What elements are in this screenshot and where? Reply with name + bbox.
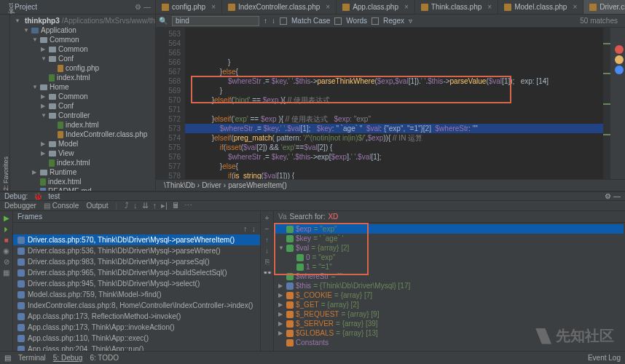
close-icon[interactable]: ×	[211, 3, 216, 11]
editor-tab[interactable]: config.php×	[156, 0, 222, 14]
tree-item[interactable]: index.html	[10, 158, 155, 167]
view-breakpoints-icon[interactable]: ◉	[3, 247, 9, 255]
resume-icon[interactable]: ⏵	[3, 225, 10, 233]
code-line[interactable]: }elseif(preg_match( pattern: '/^(notin|n…	[185, 133, 603, 143]
step-over-icon[interactable]: ⤴	[125, 201, 129, 210]
match-case-checkbox[interactable]	[280, 17, 287, 25]
frame-prev-icon[interactable]: ↑	[243, 224, 248, 233]
code-line[interactable]	[185, 105, 603, 114]
tree-item[interactable]: ▼Application	[10, 25, 155, 35]
browser-icon[interactable]	[615, 45, 624, 54]
layout-icon[interactable]: ▦	[3, 269, 9, 277]
editor-tab[interactable]: Think.class.php×	[415, 0, 498, 14]
filter-icon[interactable]: ▿	[409, 17, 412, 25]
stack-frame[interactable]: IndexController.class.php:8, Home\Contro…	[13, 300, 260, 311]
debug-config-icon[interactable]: 🐞	[34, 192, 42, 200]
editor-tab[interactable]: IndexController.class.php×	[222, 0, 337, 14]
variable-row[interactable]: ▶$_COOKIE = {array} [7]	[275, 290, 624, 300]
editor-tab[interactable]: Driver.class.php×	[583, 0, 625, 14]
tree-item[interactable]: IndexController.class.php	[10, 130, 155, 139]
close-icon[interactable]: ×	[326, 3, 330, 11]
watch-icon[interactable]: 👓	[263, 269, 272, 277]
stack-frame[interactable]: Driver.class.php:965, Think\Db\Driver\My…	[13, 267, 260, 278]
frame-next-icon[interactable]: ↓	[252, 224, 256, 233]
up-icon[interactable]: ↑	[265, 236, 269, 244]
next-match-icon[interactable]: ↓	[272, 17, 275, 25]
tree-item[interactable]: ▼Conf	[10, 54, 155, 63]
mute-breakpoints-icon[interactable]: ⊘	[4, 258, 9, 266]
output-tab[interactable]: Output	[86, 202, 108, 210]
down-icon[interactable]: ↓	[265, 247, 269, 255]
tree-item[interactable]: ▼Common	[10, 35, 155, 44]
stack-frame[interactable]: Driver.class.php:983, Think\Db\Driver\My…	[13, 256, 260, 267]
browser-icon[interactable]	[615, 66, 624, 74]
search-input[interactable]	[172, 16, 259, 26]
code-content[interactable]: } }else{ $whereStr .= $key.' '.$this->pa…	[185, 28, 603, 179]
variable-row[interactable]: ▶$this = {Think\Db\Driver\Mysql} [17]	[275, 281, 624, 290]
remove-watch-icon[interactable]: −	[265, 225, 270, 233]
variable-row[interactable]: ▶$_REQUEST = {array} [9]	[275, 309, 624, 319]
tree-root[interactable]: ▼ thinkphp3 /Applications/MxSrvs/www/thi…	[10, 16, 155, 25]
prev-match-icon[interactable]: ↑	[264, 17, 267, 25]
stack-frame[interactable]: App.class.php:110, Think\App::exec()	[13, 333, 260, 344]
regex-checkbox[interactable]	[372, 17, 379, 25]
code-line[interactable]: }	[185, 58, 603, 67]
stack-frame[interactable]: Driver.class.php:536, Think\Db\Driver\My…	[13, 245, 260, 256]
debug-settings-icon[interactable]: ⚙ —	[605, 192, 621, 200]
variable-row[interactable]: ▶$_GET = {array} [2]	[275, 300, 624, 309]
stack-frame[interactable]: Driver.class.php:945, Think\Db\Driver\My…	[13, 278, 260, 289]
run-to-cursor-icon[interactable]: ▸|	[161, 201, 168, 210]
tree-item[interactable]: ▼Controller	[10, 111, 155, 120]
stack-frame[interactable]: App.class.php:173, ReflectionMethod->inv…	[13, 311, 260, 322]
stop-icon[interactable]: ■	[4, 236, 8, 244]
event-log[interactable]: Event Log	[588, 354, 621, 362]
tree-item[interactable]: ▼Home	[10, 82, 155, 92]
debugger-tab[interactable]: Debugger	[4, 202, 36, 210]
code-line[interactable]: $whereStr .= $key.' '.$this->exp[$exp].'…	[185, 152, 603, 162]
code-line[interactable]: }elseif('exp' == $exp ){ // 使用表达式 $exp: …	[185, 114, 603, 124]
stack-frame[interactable]: Model.class.php:759, Think\Model->find()	[13, 289, 260, 300]
status-debug-tab[interactable]: 5: Debug	[53, 354, 83, 362]
close-icon[interactable]: ×	[404, 3, 409, 11]
tree-item[interactable]: config.php	[10, 63, 155, 73]
editor-tab[interactable]: App.class.php×	[337, 0, 415, 14]
stack-frame[interactable]: Driver.class.php:570, Think\Db\Driver\My…	[13, 234, 260, 245]
tree-item[interactable]: ▶Model	[10, 139, 155, 149]
evaluate-icon[interactable]: 🖩	[172, 201, 180, 210]
tree-item[interactable]: index.html	[10, 177, 155, 186]
tree-item[interactable]: ▶Runtime	[10, 167, 155, 177]
tree-item[interactable]: ▶Common	[10, 92, 155, 101]
tree-item[interactable]: ▶View	[10, 149, 155, 158]
tree-item[interactable]: index.html	[10, 73, 155, 82]
stack-frame[interactable]: App.class.php:173, Think\App::invokeActi…	[13, 322, 260, 333]
tree-item[interactable]: README.md	[10, 186, 155, 191]
code-line[interactable]: if(is_string($val[1])) {	[185, 171, 603, 179]
tree-item[interactable]: ▶Common	[10, 44, 155, 54]
rerun-icon[interactable]: ▶	[4, 214, 9, 222]
todo-tab[interactable]: 6: TODO	[90, 354, 119, 362]
close-icon[interactable]: ×	[487, 3, 492, 11]
tree-item[interactable]: index.html	[10, 120, 155, 130]
code-line[interactable]: }else{	[185, 162, 603, 171]
step-out-icon[interactable]: ↑	[153, 201, 157, 210]
terminal-tab[interactable]: Terminal	[18, 354, 46, 362]
editor-tab[interactable]: Model.class.php×	[498, 0, 583, 14]
tree-item[interactable]: ▶Conf	[10, 101, 155, 111]
words-checkbox[interactable]	[334, 17, 342, 25]
force-step-into-icon[interactable]: ⇊	[142, 201, 149, 210]
minimap[interactable]	[603, 28, 610, 179]
favorites-tab[interactable]: 2: Favorites	[2, 36, 9, 191]
run-config-name[interactable]: test	[48, 192, 60, 200]
messages-icon[interactable]: ▤	[4, 354, 11, 362]
code-area[interactable]: 5635645655665675685695705715725735745755…	[156, 28, 625, 179]
add-watch-icon[interactable]: +	[265, 214, 270, 222]
more-icon[interactable]: ⋯	[184, 201, 192, 210]
step-into-icon[interactable]: ↓	[133, 201, 138, 210]
panel-settings-icon[interactable]: ⚙ —	[135, 3, 151, 11]
console-tab[interactable]: ▤ Console	[44, 202, 79, 210]
project-tool-tab[interactable]: 1: Project	[0, 0, 10, 14]
browser-icon[interactable]	[615, 55, 624, 64]
copy-icon[interactable]: ⎘	[265, 258, 270, 266]
code-line[interactable]: $whereStr .= $key.' '.$val[1]; $key: " `…	[185, 124, 603, 133]
breadcrumb[interactable]: \Think\Db›Driver›parseWhereItem()	[156, 179, 625, 191]
